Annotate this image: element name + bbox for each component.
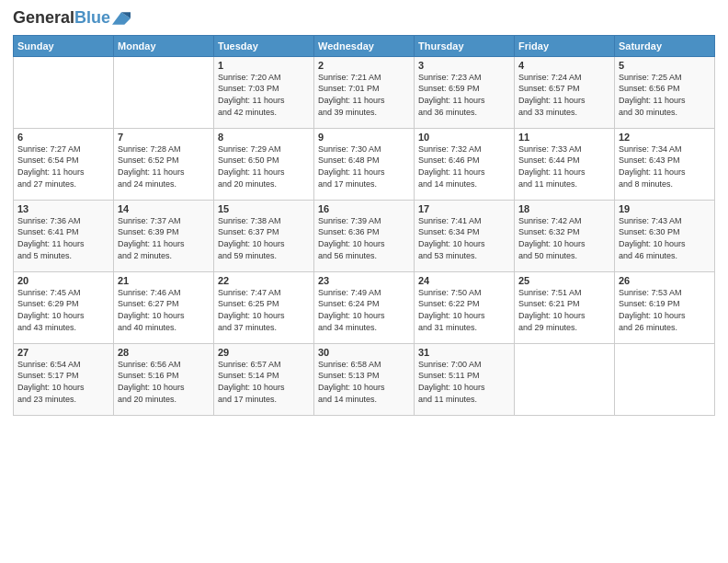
week-row-2: 13Sunrise: 7:36 AM Sunset: 6:41 PM Dayli… (14, 200, 715, 271)
calendar-cell: 24Sunrise: 7:50 AM Sunset: 6:22 PM Dayli… (415, 271, 515, 343)
calendar-cell: 9Sunrise: 7:30 AM Sunset: 6:48 PM Daylig… (314, 128, 415, 200)
day-info: Sunrise: 7:51 AM Sunset: 6:21 PM Dayligh… (518, 287, 610, 333)
day-number: 7 (118, 132, 210, 143)
calendar-cell: 8Sunrise: 7:29 AM Sunset: 6:50 PM Daylig… (214, 128, 314, 200)
day-number: 30 (318, 347, 410, 358)
day-number: 31 (418, 347, 510, 358)
day-number: 16 (318, 203, 410, 214)
day-info: Sunrise: 7:45 AM Sunset: 6:29 PM Dayligh… (17, 287, 109, 333)
calendar-cell: 22Sunrise: 7:47 AM Sunset: 6:25 PM Dayli… (214, 271, 314, 343)
calendar-cell: 17Sunrise: 7:41 AM Sunset: 6:34 PM Dayli… (415, 200, 515, 271)
day-info: Sunrise: 7:39 AM Sunset: 6:36 PM Dayligh… (318, 215, 410, 261)
calendar-cell: 12Sunrise: 7:34 AM Sunset: 6:43 PM Dayli… (615, 128, 715, 200)
day-number: 29 (218, 347, 310, 358)
day-info: Sunrise: 7:20 AM Sunset: 7:03 PM Dayligh… (218, 72, 310, 118)
day-number: 10 (418, 132, 510, 143)
logo: GeneralBlue (13, 9, 131, 28)
day-number: 1 (218, 60, 310, 71)
day-number: 11 (518, 132, 610, 143)
calendar-cell: 15Sunrise: 7:38 AM Sunset: 6:37 PM Dayli… (214, 200, 314, 271)
day-info: Sunrise: 7:00 AM Sunset: 5:11 PM Dayligh… (418, 359, 510, 405)
day-info: Sunrise: 7:49 AM Sunset: 6:24 PM Dayligh… (318, 287, 410, 333)
calendar-cell: 13Sunrise: 7:36 AM Sunset: 6:41 PM Dayli… (14, 200, 114, 271)
day-info: Sunrise: 7:42 AM Sunset: 6:32 PM Dayligh… (518, 215, 610, 261)
header-row: SundayMondayTuesdayWednesdayThursdayFrid… (14, 35, 715, 56)
day-number: 25 (518, 275, 610, 286)
day-info: Sunrise: 7:30 AM Sunset: 6:48 PM Dayligh… (318, 144, 410, 190)
day-header-wednesday: Wednesday (314, 35, 415, 56)
day-info: Sunrise: 7:24 AM Sunset: 6:57 PM Dayligh… (518, 72, 610, 118)
day-number: 13 (17, 203, 109, 214)
day-info: Sunrise: 7:29 AM Sunset: 6:50 PM Dayligh… (218, 144, 310, 190)
logo-text: GeneralBlue (13, 9, 110, 28)
day-number: 12 (619, 132, 711, 143)
calendar-cell: 31Sunrise: 7:00 AM Sunset: 5:11 PM Dayli… (415, 343, 515, 415)
day-number: 20 (17, 275, 109, 286)
week-row-0: 1Sunrise: 7:20 AM Sunset: 7:03 PM Daylig… (14, 56, 715, 128)
day-info: Sunrise: 7:46 AM Sunset: 6:27 PM Dayligh… (118, 287, 210, 333)
calendar-cell: 21Sunrise: 7:46 AM Sunset: 6:27 PM Dayli… (114, 271, 214, 343)
calendar-cell: 27Sunrise: 6:54 AM Sunset: 5:17 PM Dayli… (14, 343, 114, 415)
calendar-cell (14, 56, 114, 128)
day-info: Sunrise: 7:28 AM Sunset: 6:52 PM Dayligh… (118, 144, 210, 190)
day-number: 3 (418, 60, 510, 71)
day-info: Sunrise: 7:38 AM Sunset: 6:37 PM Dayligh… (218, 215, 310, 261)
day-number: 2 (318, 60, 410, 71)
calendar-cell: 14Sunrise: 7:37 AM Sunset: 6:39 PM Dayli… (114, 200, 214, 271)
day-info: Sunrise: 7:21 AM Sunset: 7:01 PM Dayligh… (318, 72, 410, 118)
calendar-cell (615, 343, 715, 415)
day-number: 9 (318, 132, 410, 143)
calendar-cell: 4Sunrise: 7:24 AM Sunset: 6:57 PM Daylig… (515, 56, 615, 128)
day-number: 21 (118, 275, 210, 286)
day-info: Sunrise: 6:56 AM Sunset: 5:16 PM Dayligh… (118, 359, 210, 405)
day-number: 19 (619, 203, 711, 214)
day-info: Sunrise: 6:57 AM Sunset: 5:14 PM Dayligh… (218, 359, 310, 405)
calendar-cell: 26Sunrise: 7:53 AM Sunset: 6:19 PM Dayli… (615, 271, 715, 343)
day-number: 18 (518, 203, 610, 214)
calendar-cell: 11Sunrise: 7:33 AM Sunset: 6:44 PM Dayli… (515, 128, 615, 200)
page-header: GeneralBlue (13, 9, 715, 28)
calendar-cell: 7Sunrise: 7:28 AM Sunset: 6:52 PM Daylig… (114, 128, 214, 200)
calendar-cell: 30Sunrise: 6:58 AM Sunset: 5:13 PM Dayli… (314, 343, 415, 415)
day-info: Sunrise: 7:33 AM Sunset: 6:44 PM Dayligh… (518, 144, 610, 190)
page-container: GeneralBlue SundayMondayTuesdayWednesday… (0, 0, 728, 425)
week-row-1: 6Sunrise: 7:27 AM Sunset: 6:54 PM Daylig… (14, 128, 715, 200)
calendar-cell: 1Sunrise: 7:20 AM Sunset: 7:03 PM Daylig… (214, 56, 314, 128)
calendar-cell (515, 343, 615, 415)
calendar-cell: 5Sunrise: 7:25 AM Sunset: 6:56 PM Daylig… (615, 56, 715, 128)
day-info: Sunrise: 7:53 AM Sunset: 6:19 PM Dayligh… (619, 287, 711, 333)
day-info: Sunrise: 6:58 AM Sunset: 5:13 PM Dayligh… (318, 359, 410, 405)
calendar-cell: 16Sunrise: 7:39 AM Sunset: 6:36 PM Dayli… (314, 200, 415, 271)
day-info: Sunrise: 7:43 AM Sunset: 6:30 PM Dayligh… (619, 215, 711, 261)
calendar-cell: 20Sunrise: 7:45 AM Sunset: 6:29 PM Dayli… (14, 271, 114, 343)
day-number: 23 (318, 275, 410, 286)
day-number: 24 (418, 275, 510, 286)
calendar-cell: 29Sunrise: 6:57 AM Sunset: 5:14 PM Dayli… (214, 343, 314, 415)
calendar-body: 1Sunrise: 7:20 AM Sunset: 7:03 PM Daylig… (14, 56, 715, 415)
calendar-header: SundayMondayTuesdayWednesdayThursdayFrid… (14, 35, 715, 56)
day-header-sunday: Sunday (14, 35, 114, 56)
day-info: Sunrise: 7:41 AM Sunset: 6:34 PM Dayligh… (418, 215, 510, 261)
day-number: 5 (619, 60, 711, 71)
calendar-cell: 19Sunrise: 7:43 AM Sunset: 6:30 PM Dayli… (615, 200, 715, 271)
day-info: Sunrise: 7:27 AM Sunset: 6:54 PM Dayligh… (17, 144, 109, 190)
day-header-monday: Monday (114, 35, 214, 56)
day-info: Sunrise: 6:54 AM Sunset: 5:17 PM Dayligh… (17, 359, 109, 405)
day-number: 4 (518, 60, 610, 71)
calendar-cell: 6Sunrise: 7:27 AM Sunset: 6:54 PM Daylig… (14, 128, 114, 200)
day-info: Sunrise: 7:25 AM Sunset: 6:56 PM Dayligh… (619, 72, 711, 118)
day-header-friday: Friday (515, 35, 615, 56)
calendar-cell: 3Sunrise: 7:23 AM Sunset: 6:59 PM Daylig… (415, 56, 515, 128)
week-row-4: 27Sunrise: 6:54 AM Sunset: 5:17 PM Dayli… (14, 343, 715, 415)
day-number: 26 (619, 275, 711, 286)
day-header-saturday: Saturday (615, 35, 715, 56)
day-info: Sunrise: 7:47 AM Sunset: 6:25 PM Dayligh… (218, 287, 310, 333)
day-header-tuesday: Tuesday (214, 35, 314, 56)
calendar-cell: 28Sunrise: 6:56 AM Sunset: 5:16 PM Dayli… (114, 343, 214, 415)
day-info: Sunrise: 7:36 AM Sunset: 6:41 PM Dayligh… (17, 215, 109, 261)
calendar-cell: 25Sunrise: 7:51 AM Sunset: 6:21 PM Dayli… (515, 271, 615, 343)
week-row-3: 20Sunrise: 7:45 AM Sunset: 6:29 PM Dayli… (14, 271, 715, 343)
day-info: Sunrise: 7:37 AM Sunset: 6:39 PM Dayligh… (118, 215, 210, 261)
calendar-cell: 2Sunrise: 7:21 AM Sunset: 7:01 PM Daylig… (314, 56, 415, 128)
calendar-cell: 18Sunrise: 7:42 AM Sunset: 6:32 PM Dayli… (515, 200, 615, 271)
